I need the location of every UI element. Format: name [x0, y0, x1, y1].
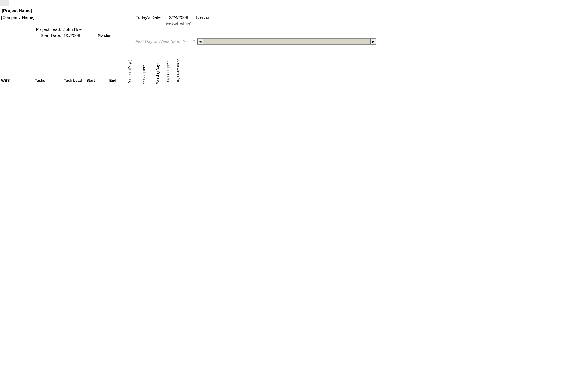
today-day: Tuesday: [194, 14, 220, 20]
hdr-end: End: [102, 78, 124, 84]
start-date-label: Start Date:: [0, 32, 62, 38]
hdr-lead: Task Lead: [63, 78, 79, 84]
company-name[interactable]: [Company Name]: [0, 14, 63, 20]
hdr-pct: % Complete: [137, 64, 151, 84]
row-4: [Company Name] Today's Date: 2/24/2009 T…: [0, 14, 380, 20]
hdr-daysr: Days Remaining: [174, 57, 182, 84]
hdr-duration: Duration (Days): [125, 59, 134, 84]
first-day-hint: First Day of Week (Mon=2):: [134, 38, 191, 44]
row-8: First Day of Week (Mon=2): 2 ◀ ▶: [0, 38, 380, 44]
vertical-line-hint: (vertical red line): [163, 20, 194, 26]
start-day: Monday: [97, 32, 119, 38]
row-7: Start Date: 1/5/2009 Monday: [0, 32, 380, 38]
hdr-wbs: WBS: [0, 78, 17, 84]
table-header-row: WBS Tasks Task Lead Start End Duration (…: [0, 44, 380, 84]
hdr-start: Start: [79, 78, 102, 84]
today-date[interactable]: 2/24/2009: [163, 14, 194, 20]
start-date[interactable]: 1/5/2009: [62, 32, 97, 38]
project-lead[interactable]: John Doe: [62, 26, 108, 32]
scroll-right-icon[interactable]: ▶: [370, 39, 376, 44]
row-3: [Project Name]: [0, 6, 380, 14]
first-day-val[interactable]: 2: [191, 38, 197, 44]
hdr-daysc: Days Complete: [164, 59, 172, 84]
today-label: Today's Date:: [126, 14, 163, 20]
column-headers: [0, 0, 380, 6]
row-5: (vertical red line): [0, 20, 380, 26]
row-6: Project Lead: John Doe: [0, 26, 380, 32]
select-all-corner[interactable]: [0, 0, 9, 6]
hdr-tasks: Tasks: [17, 78, 63, 84]
project-name[interactable]: [Project Name]: [0, 6, 34, 14]
project-lead-label: Project Lead:: [0, 26, 62, 32]
scroll-left-icon[interactable]: ◀: [197, 39, 203, 44]
hdr-working: Working Days: [154, 61, 162, 84]
spreadsheet: [Project Name] [Company Name] Today's Da…: [0, 0, 380, 90]
gantt-scrollbar[interactable]: ◀ ▶: [197, 38, 376, 45]
row-32: [0, 84, 380, 90]
